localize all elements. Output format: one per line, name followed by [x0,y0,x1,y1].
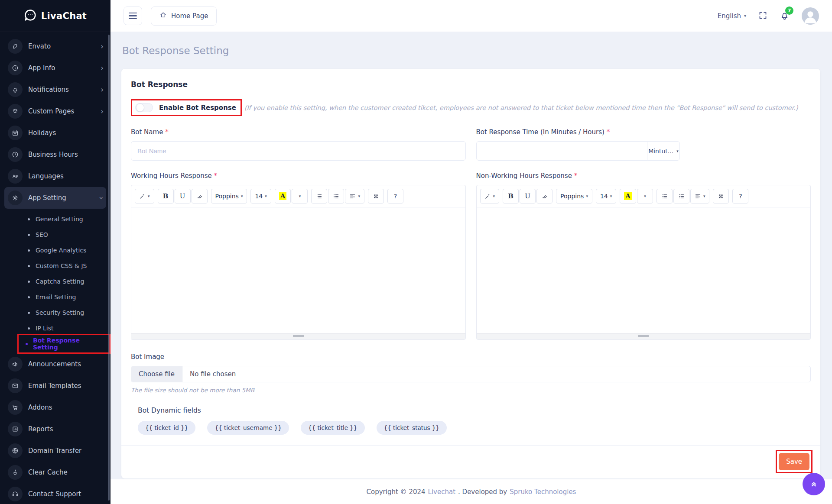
annotation-box-toggle: Enable Bot Response [131,99,242,116]
sidebar-item-general-setting[interactable]: General Setting [0,211,110,227]
sidebar-item-addons[interactable]: Addons [0,397,110,418]
ordered-list-button[interactable] [328,189,344,204]
bot-name-input[interactable] [131,141,466,161]
paragraph-align-button[interactable]: ▾ [690,189,710,204]
fullscreen-button[interactable] [758,11,767,21]
sidebar-item-envato[interactable]: Envato › [0,36,110,57]
layers-icon [8,104,23,119]
sidebar-item-email-templates[interactable]: Email Templates [0,375,110,397]
magic-style-button[interactable]: ▾ [480,189,500,204]
spruko-link[interactable]: Spruko Technologies [510,488,576,496]
choose-file-button[interactable]: Choose file [131,366,182,382]
underline-button[interactable]: U [520,189,536,204]
paragraph-align-button[interactable]: ▾ [345,189,364,204]
bot-dynamic-fields-section: Bot Dynamic fields {{ ticket_id }} {{ ti… [138,407,811,435]
sidebar-item-custom-pages[interactable]: Custom Pages › [0,100,110,122]
sidebar-item-label: App Info [28,64,95,72]
dynamic-field-chip[interactable]: {{ ticket_status }} [377,421,447,435]
editor-resize-handle[interactable] [477,333,811,339]
unordered-list-button[interactable] [656,189,673,204]
time-unit-select[interactable]: Mintut... ▾ [647,141,679,161]
language-selector[interactable]: English ▾ [718,12,746,20]
grip-icon [638,335,649,338]
font-size-button[interactable]: 14▾ [596,189,616,204]
sidebar-item-app-info[interactable]: App Info › [0,57,110,79]
card-footer: Save [121,445,820,478]
save-button[interactable]: Save [779,453,809,470]
bot-image-field: Bot Image Choose file No file chosen The… [131,353,811,394]
bot-image-file-input[interactable]: Choose file No file chosen [131,366,811,382]
chevron-down-icon: ▾ [610,194,612,198]
sidebar-nav: Envato › App Info › Notifications › Cust… [0,32,110,504]
brand-logo[interactable]: LivaChat [0,0,110,32]
scroll-to-top-button[interactable] [803,473,825,495]
editor-resize-handle[interactable] [131,333,465,339]
sidebar-item-contact-support[interactable]: Contact Support [0,483,110,504]
font-family-button[interactable]: Poppins▾ [556,189,592,204]
required-asterisk: * [607,128,610,136]
help-button[interactable]: ? [387,189,403,204]
submenu-label: Custom CSS & JS [36,262,87,269]
sidebar-item-email-setting[interactable]: Email Setting [0,289,110,305]
sidebar-item-announcements[interactable]: Announcements [0,353,110,375]
brand-name: LivaChat [41,11,87,21]
notifications-button[interactable]: 7 [780,10,790,22]
sidebar-item-languages[interactable]: Languages [0,165,110,187]
required-asterisk: * [214,172,217,180]
livechat-link[interactable]: Livechat [428,488,455,496]
font-size-button[interactable]: 14▾ [250,189,271,204]
eraser-button[interactable] [192,189,208,204]
bot-image-label: Bot Image [131,353,811,361]
sidebar-item-domain-transfer[interactable]: Domain Transfer [0,440,110,462]
sidebar-item-notifications[interactable]: Notifications › [0,79,110,100]
user-avatar[interactable] [802,7,819,25]
sidebar-item-label: Reports [28,425,104,433]
bullet-icon [26,343,28,345]
sidebar-item-captcha-setting[interactable]: Captcha Setting [0,274,110,289]
magic-style-button[interactable]: ▾ [135,189,154,204]
mail-icon [8,378,23,393]
font-color-dropdown-button[interactable]: ▾ [637,189,653,204]
bold-button[interactable]: B [158,189,174,204]
sidebar-toggle-button[interactable] [124,6,142,25]
clock-icon [8,147,23,162]
bar-chart-icon [8,422,23,436]
working-hours-editor-area[interactable] [131,207,465,333]
unordered-list-button[interactable] [311,189,327,204]
enable-bot-response-toggle[interactable] [135,103,153,112]
page-title: Bot Response Setting [122,45,832,56]
sidebar-item-custom-css-js[interactable]: Custom CSS & JS [0,258,110,274]
home-page-button[interactable]: Home Page [151,6,217,26]
ordered-list-button[interactable] [673,189,689,204]
sidebar-item-app-setting[interactable]: App Setting › [4,187,106,209]
sidebar-item-google-analytics[interactable]: Google Analytics [0,242,110,258]
sidebar-item-reports[interactable]: Reports [0,418,110,440]
editor-fullscreen-button[interactable] [368,189,384,204]
sidebar-item-bot-response-setting[interactable]: Bot Response Setting [0,336,110,352]
font-color-dropdown-button[interactable]: ▾ [292,189,308,204]
editor-fullscreen-button[interactable] [713,189,729,204]
file-size-hint: The file size should not be more than 5M… [131,387,811,394]
response-time-input[interactable] [476,141,648,161]
underline-button[interactable]: U [175,189,191,204]
dynamic-field-chip[interactable]: {{ ticket_id }} [138,421,195,435]
sidebar-item-security-setting[interactable]: Security Setting [0,305,110,320]
non-working-hours-field: Non-Working Hours Response * ▾ B U Poppi… [476,172,811,340]
sidebar-item-seo[interactable]: SEO [0,227,110,242]
bot-name-field: Bot Name * [131,128,466,161]
eraser-button[interactable] [536,189,552,204]
dynamic-field-chip[interactable]: {{ ticket_username }} [207,421,289,435]
bullet-icon [28,234,30,236]
non-working-hours-editor-area[interactable] [477,207,811,333]
dynamic-field-chip[interactable]: {{ ticket_title }} [301,421,364,435]
sidebar-item-holidays[interactable]: Holidays [0,122,110,144]
font-family-button[interactable]: Poppins▾ [211,189,247,204]
font-color-button[interactable]: A [620,189,636,204]
font-color-button[interactable]: A [275,189,291,204]
sidebar-item-clear-cache[interactable]: Clear Cache [0,462,110,483]
bold-button[interactable]: B [503,189,519,204]
developed-by-text: . Developed by [458,488,507,496]
sidebar-item-business-hours[interactable]: Business Hours [0,144,110,165]
sidebar-scrollbar[interactable] [108,35,110,501]
help-button[interactable]: ? [732,189,748,204]
